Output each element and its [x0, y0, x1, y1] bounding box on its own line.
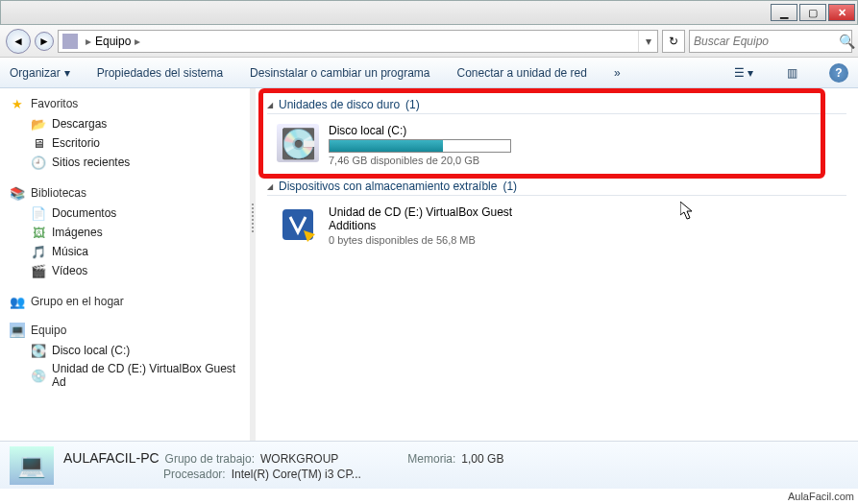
- cd-name: Unidad de CD (E:) VirtualBox Guest Addit…: [329, 205, 521, 232]
- hard-disk-icon: 💽: [277, 124, 319, 162]
- command-toolbar: Organizar ▾ Propiedades del sistema Desi…: [0, 58, 858, 88]
- favorites-header[interactable]: ★Favoritos: [10, 96, 246, 111]
- cd-free-text: 0 bytes disponibles de 56,8 MB: [329, 234, 521, 246]
- breadcrumb-separator-icon: ▸: [86, 35, 91, 48]
- sidebar-item-recent[interactable]: 🕘Sitios recientes: [10, 153, 246, 172]
- system-properties-button[interactable]: Propiedades del sistema: [97, 66, 223, 80]
- star-icon: ★: [10, 96, 25, 111]
- collapse-icon: [267, 181, 273, 191]
- libraries-icon: 📚: [10, 185, 25, 201]
- computer-header[interactable]: 💻Equipo: [10, 323, 246, 338]
- details-memory-value: 1,00 GB: [461, 452, 503, 466]
- map-network-drive-button[interactable]: Conectar a unidad de red: [457, 66, 587, 80]
- address-bar-row: ◄ ► ▸ Equipo ▸ ▾ ↻ 🔍: [0, 25, 858, 58]
- homegroup-header[interactable]: 👥Grupo en el hogar: [10, 294, 246, 309]
- computer-large-icon: 💻: [10, 446, 54, 485]
- breadcrumb-separator-icon: ▸: [135, 35, 140, 48]
- maximize-button[interactable]: ▢: [799, 4, 826, 21]
- details-pane: 💻 AULAFACIL-PC Grupo de trabajo: WORKGRO…: [0, 441, 858, 489]
- computer-icon: [62, 34, 78, 49]
- close-button[interactable]: ✕: [828, 4, 855, 21]
- forward-button[interactable]: ►: [35, 32, 54, 51]
- collapse-icon: [267, 100, 273, 109]
- drive-item-cd[interactable]: Unidad de CD (E:) VirtualBox Guest Addit…: [267, 202, 846, 253]
- minimize-button[interactable]: ▁: [771, 4, 797, 21]
- organize-menu[interactable]: Organizar ▾: [10, 66, 70, 80]
- drive-name: Disco local (C:): [329, 124, 511, 137]
- drive-item-local-disk[interactable]: 💽 Disco local (C:) 7,46 GB disponibles d…: [267, 120, 846, 174]
- watermark-text: AulaFacil.com: [788, 491, 854, 502]
- details-workgroup-label: Grupo de trabajo:: [165, 452, 255, 466]
- help-button[interactable]: ?: [829, 63, 848, 83]
- music-icon: 🎵: [31, 244, 46, 259]
- sidebar-item-local-disk[interactable]: 💽Disco local (C:): [10, 341, 246, 360]
- sidebar-item-cd-drive[interactable]: 💿Unidad de CD (E:) VirtualBox Guest Ad: [10, 360, 246, 391]
- search-box[interactable]: 🔍: [689, 30, 852, 53]
- details-processor-value: Intel(R) Core(TM) i3 CP...: [232, 468, 361, 481]
- cd-icon: 💿: [31, 368, 46, 383]
- desktop-icon: 🖥: [31, 135, 46, 151]
- disk-free-text: 7,46 GB disponibles de 20,0 GB: [329, 155, 511, 166]
- virtualbox-cd-icon: [277, 205, 319, 244]
- hdd-section-header[interactable]: Unidades de disco duro (1): [267, 96, 846, 114]
- main-area: ★Favoritos 📂Descargas 🖥Escritorio 🕘Sitio…: [0, 88, 858, 441]
- details-workgroup-value: WORKGROUP: [260, 452, 338, 466]
- details-memory-label: Memoria:: [407, 452, 455, 466]
- address-bar[interactable]: ▸ Equipo ▸ ▾: [58, 30, 658, 53]
- breadcrumb-location[interactable]: Equipo: [95, 35, 131, 48]
- change-view-button[interactable]: ☰ ▾: [733, 66, 754, 80]
- libraries-header[interactable]: 📚Bibliotecas: [10, 185, 246, 201]
- removable-section-header[interactable]: Dispositivos con almacenamiento extraíbl…: [267, 178, 846, 196]
- preview-pane-button[interactable]: ▥: [781, 66, 802, 80]
- sidebar-item-videos[interactable]: 🎬Vídeos: [10, 261, 246, 280]
- sidebar-item-music[interactable]: 🎵Música: [10, 242, 246, 261]
- refresh-button[interactable]: ↻: [662, 30, 685, 53]
- sidebar-item-documents[interactable]: 📄Documentos: [10, 204, 246, 223]
- address-dropdown-icon[interactable]: ▾: [638, 31, 657, 52]
- videos-icon: 🎬: [31, 263, 46, 278]
- navigation-pane: ★Favoritos 📂Descargas 🖥Escritorio 🕘Sitio…: [0, 88, 250, 441]
- details-computer-name: AULAFACIL-PC: [63, 450, 159, 466]
- uninstall-program-button[interactable]: Desinstalar o cambiar un programa: [250, 66, 429, 80]
- drive-icon: 💽: [31, 343, 46, 358]
- documents-icon: 📄: [31, 205, 46, 221]
- sidebar-item-downloads[interactable]: 📂Descargas: [10, 114, 246, 133]
- sidebar-item-pictures[interactable]: 🖼Imágenes: [10, 223, 246, 242]
- details-processor-label: Procesador:: [163, 468, 226, 481]
- recent-icon: 🕘: [31, 155, 46, 170]
- window-titlebar: ▁ ▢ ✕: [0, 0, 858, 25]
- homegroup-icon: 👥: [10, 294, 25, 309]
- folder-icon: 📂: [31, 116, 46, 132]
- pictures-icon: 🖼: [31, 225, 46, 240]
- back-button[interactable]: ◄: [6, 29, 31, 54]
- computer-icon: 💻: [10, 323, 25, 338]
- sidebar-item-desktop[interactable]: 🖥Escritorio: [10, 133, 246, 153]
- toolbar-overflow-icon[interactable]: »: [614, 66, 621, 80]
- content-pane: Unidades de disco duro (1) 💽 Disco local…: [256, 88, 858, 441]
- search-icon[interactable]: 🔍: [839, 34, 855, 49]
- disk-usage-bar: [329, 139, 511, 153]
- search-input[interactable]: [694, 35, 839, 48]
